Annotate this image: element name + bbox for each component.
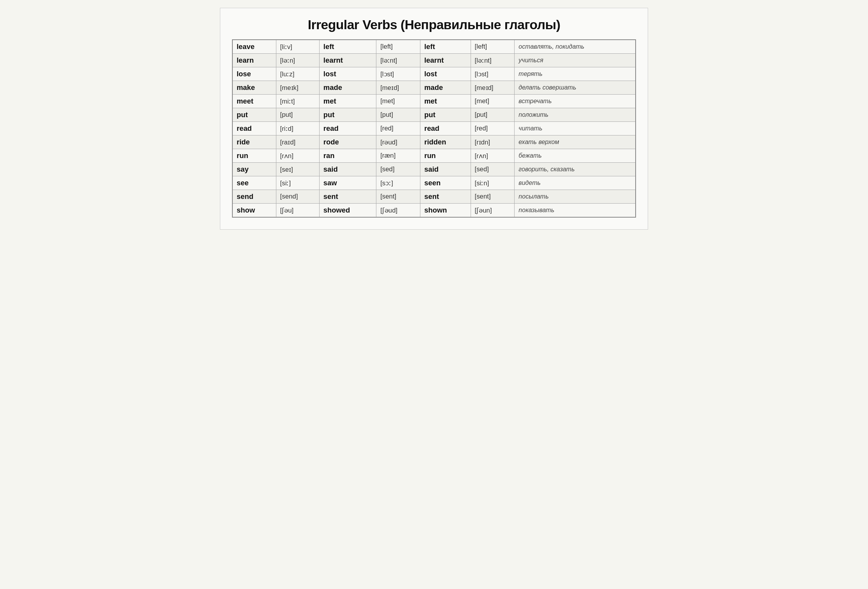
past-participle: put xyxy=(420,108,471,122)
phonetic-2: [ləːnt] xyxy=(376,54,420,67)
past-participle: seen xyxy=(420,176,471,190)
phonetic-3: [red] xyxy=(471,122,515,135)
past-participle: said xyxy=(420,163,471,176)
table-row: say[seɪ]said[sed]said[sed]говорить, сказ… xyxy=(232,163,636,176)
table-row: meet[miːt]met[met]met[met]встречать xyxy=(232,95,636,108)
translation: посылать xyxy=(515,190,636,204)
phonetic-1: [ʃəu] xyxy=(276,204,319,218)
past-simple: rode xyxy=(319,135,376,149)
phonetic-1: [meɪk] xyxy=(276,81,319,95)
page-container: Irregular Verbs (Неправильные глаголы) l… xyxy=(220,8,648,230)
phonetic-2: [red] xyxy=(376,122,420,135)
table-row: leave[liːv]left[left]left[left]оставлять… xyxy=(232,40,636,54)
past-simple: read xyxy=(319,122,376,135)
phonetic-1: [raɪd] xyxy=(276,135,319,149)
table-row: ride[raɪd]rode[rəud]ridden[rɪdn]ехать ве… xyxy=(232,135,636,149)
past-simple: learnt xyxy=(319,54,376,67)
phonetic-1: [riːd] xyxy=(276,122,319,135)
phonetic-3: [siːn] xyxy=(471,176,515,190)
phonetic-3: [put] xyxy=(471,108,515,122)
phonetic-2: [ʃəud] xyxy=(376,204,420,218)
base-verb: leave xyxy=(232,40,276,54)
base-verb: show xyxy=(232,204,276,218)
phonetic-1: [put] xyxy=(276,108,319,122)
past-participle: left xyxy=(420,40,471,54)
phonetic-2: [meɪd] xyxy=(376,81,420,95)
phonetic-2: [met] xyxy=(376,95,420,108)
translation: видеть xyxy=(515,176,636,190)
phonetic-3: [met] xyxy=(471,95,515,108)
phonetic-3: [sent] xyxy=(471,190,515,204)
past-simple: put xyxy=(319,108,376,122)
past-simple: showed xyxy=(319,204,376,218)
past-participle: shown xyxy=(420,204,471,218)
table-row: lose[luːz]lost[lɔst]lost[lɔst]терять xyxy=(232,67,636,81)
phonetic-1: [seɪ] xyxy=(276,163,319,176)
translation: учиться xyxy=(515,54,636,67)
phonetic-1: [rʌn] xyxy=(276,149,319,163)
phonetic-2: [put] xyxy=(376,108,420,122)
translation: терять xyxy=(515,67,636,81)
phonetic-3: [rɪdn] xyxy=(471,135,515,149)
phonetic-2: [sɔː] xyxy=(376,176,420,190)
translation: говорить, сказать xyxy=(515,163,636,176)
base-verb: send xyxy=(232,190,276,204)
base-verb: run xyxy=(232,149,276,163)
past-participle: lost xyxy=(420,67,471,81)
table-row: send[send]sent[sent]sent[sent]посылать xyxy=(232,190,636,204)
table-row: put[put]put[put]put[put]положить xyxy=(232,108,636,122)
phonetic-3: [sed] xyxy=(471,163,515,176)
phonetic-3: [ləːnt] xyxy=(471,54,515,67)
phonetic-2: [ræn] xyxy=(376,149,420,163)
page-title: Irregular Verbs (Неправильные глаголы) xyxy=(232,18,636,32)
table-row: read[riːd]read[red]read[red]читать xyxy=(232,122,636,135)
phonetic-1: [siː] xyxy=(276,176,319,190)
past-simple: made xyxy=(319,81,376,95)
verbs-table: leave[liːv]left[left]left[left]оставлять… xyxy=(232,39,636,218)
translation: встречать xyxy=(515,95,636,108)
past-participle: ridden xyxy=(420,135,471,149)
base-verb: see xyxy=(232,176,276,190)
past-simple: ran xyxy=(319,149,376,163)
past-participle: learnt xyxy=(420,54,471,67)
phonetic-2: [rəud] xyxy=(376,135,420,149)
phonetic-3: [meɪd] xyxy=(471,81,515,95)
past-participle: run xyxy=(420,149,471,163)
phonetic-1: [send] xyxy=(276,190,319,204)
past-simple: left xyxy=(319,40,376,54)
phonetic-3: [ʃəun] xyxy=(471,204,515,218)
translation: положить xyxy=(515,108,636,122)
translation: оставлять, покидать xyxy=(515,40,636,54)
past-simple: sent xyxy=(319,190,376,204)
phonetic-3: [left] xyxy=(471,40,515,54)
translation: делать совершать xyxy=(515,81,636,95)
table-row: show[ʃəu]showed[ʃəud]shown[ʃəun]показыва… xyxy=(232,204,636,218)
base-verb: put xyxy=(232,108,276,122)
phonetic-2: [sent] xyxy=(376,190,420,204)
base-verb: lose xyxy=(232,67,276,81)
base-verb: make xyxy=(232,81,276,95)
base-verb: ride xyxy=(232,135,276,149)
phonetic-1: [luːz] xyxy=(276,67,319,81)
phonetic-1: [liːv] xyxy=(276,40,319,54)
table-row: make[meɪk]made[meɪd]made[meɪd]делать сов… xyxy=(232,81,636,95)
translation: читать xyxy=(515,122,636,135)
phonetic-1: [ləːn] xyxy=(276,54,319,67)
translation: показывать xyxy=(515,204,636,218)
past-simple: met xyxy=(319,95,376,108)
translation: ехать верхом xyxy=(515,135,636,149)
phonetic-2: [left] xyxy=(376,40,420,54)
past-participle: made xyxy=(420,81,471,95)
base-verb: read xyxy=(232,122,276,135)
base-verb: say xyxy=(232,163,276,176)
table-row: run[rʌn]ran[ræn]run[rʌn]бежать xyxy=(232,149,636,163)
phonetic-1: [miːt] xyxy=(276,95,319,108)
table-row: learn[ləːn]learnt[ləːnt]learnt[ləːnt]учи… xyxy=(232,54,636,67)
phonetic-2: [sed] xyxy=(376,163,420,176)
phonetic-3: [lɔst] xyxy=(471,67,515,81)
phonetic-3: [rʌn] xyxy=(471,149,515,163)
table-row: see[siː]saw[sɔː]seen[siːn]видеть xyxy=(232,176,636,190)
past-participle: sent xyxy=(420,190,471,204)
base-verb: learn xyxy=(232,54,276,67)
past-simple: said xyxy=(319,163,376,176)
